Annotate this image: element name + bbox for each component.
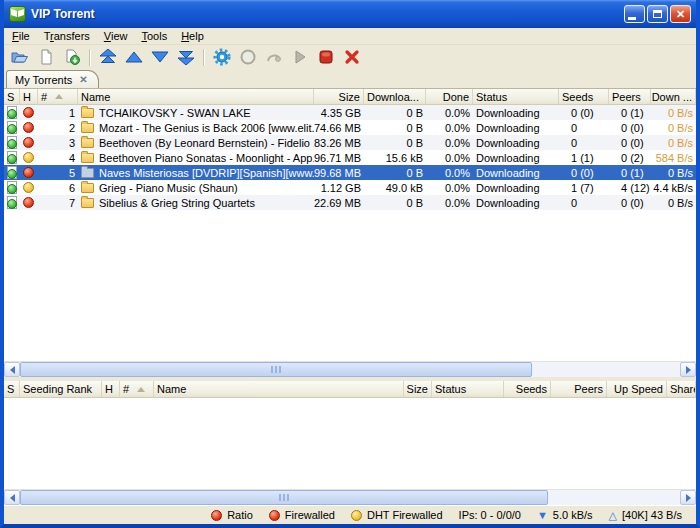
menu-file[interactable]: File [5,29,37,43]
status-icon [7,151,17,164]
status-icon [7,121,17,134]
table-row[interactable]: 1 TCHAIKOVSKY - SWAN LAKE 4.35 GB 0 B 0.… [4,105,696,120]
col-done[interactable]: Done [426,89,473,104]
new-torrent-button[interactable] [34,47,58,68]
col-seeding-rank[interactable]: Seeding Rank [20,381,102,397]
move-to-bottom-button[interactable] [174,47,198,68]
table-row-selected[interactable]: 5 Naves Misteriosas [DVDRIP][Spanish][ww… [4,165,696,180]
scrollbar-thumb[interactable] [20,362,532,377]
menu-help[interactable]: Help [174,29,211,43]
col-number[interactable]: # [38,89,78,104]
main-toolbar [4,45,696,69]
minimize-icon [628,17,636,20]
start-button[interactable] [288,47,312,68]
menu-transfers[interactable]: Transfers [37,29,97,43]
minimize-button[interactable] [624,5,645,23]
status-icon [7,181,17,194]
row-done: 0.0% [426,165,473,180]
scrollbar-track[interactable] [532,362,680,377]
remove-button[interactable] [340,47,364,68]
col-seeds[interactable]: Seeds [504,381,551,397]
col-size[interactable]: Size [314,89,364,104]
scrollbar-thumb[interactable] [20,490,548,505]
table-row[interactable]: 2 Mozart - The Genius is Back 2006 [www.… [4,120,696,135]
folder-icon [81,123,94,133]
ip-count: IPs: 0 - 0/0/0 [451,509,529,521]
row-name: Sibelius & Grieg String Quartets [78,195,314,210]
row-number: 2 [38,120,78,135]
close-button[interactable]: ✕ [670,5,691,23]
col-health[interactable]: H [102,381,120,397]
scroll-right-button[interactable] [680,362,696,377]
row-size: 74.66 MB [314,120,364,135]
row-seeds: 0 (0) [559,105,609,120]
move-up-button[interactable] [122,47,146,68]
col-seeds[interactable]: Seeds [559,89,609,104]
col-number[interactable]: # [120,381,154,397]
folder-icon [81,108,94,118]
title-bar: VIP Torrent ✕ [4,0,696,28]
tab-close-icon[interactable]: ✕ [79,75,87,85]
scroll-right-button[interactable] [680,490,696,505]
publish-disabled-icon [265,49,283,65]
col-name[interactable]: Name [78,89,314,104]
col-up-speed[interactable]: Up Speed [607,381,667,397]
table-row[interactable]: 7 Sibelius & Grieg String Quartets 322.6… [4,195,696,210]
row-down-speed: 0 B/s [651,105,696,120]
move-down-button[interactable] [148,47,172,68]
col-name[interactable]: Name [154,381,404,397]
scrollbar-track[interactable] [548,490,680,505]
settings-button[interactable] [210,47,234,68]
table-row[interactable]: 3 Beethoven (By Leonard Bernstein) - Fid… [4,135,696,150]
col-downloaded[interactable]: Downloa... [364,89,426,104]
scroll-left-button[interactable] [4,490,20,505]
move-to-top-button[interactable] [96,47,120,68]
col-s[interactable]: S [4,89,20,104]
row-down-speed: 0 B/s [651,135,696,150]
tab-my-torrents[interactable]: My Torrents ✕ [6,70,99,88]
row-number: 4 [38,150,78,165]
col-peers[interactable]: Peers [609,89,651,104]
col-peers[interactable]: Peers [551,381,607,397]
row-status: Downloading [473,165,559,180]
host-button[interactable] [236,47,260,68]
seeding-h-scrollbar[interactable] [4,489,696,505]
row-status: Downloading [473,195,559,210]
row-seeds: 0 [559,135,609,150]
folder-icon [81,183,94,193]
col-down-speed[interactable]: Down ... [651,89,696,104]
publish-button[interactable] [262,47,286,68]
torrents-h-scrollbar[interactable] [4,361,696,377]
toolbar-separator [203,49,205,66]
row-seeds: 0 (0) [559,165,609,180]
ratio-status-icon [211,510,222,521]
row-done: 0.0% [426,150,473,165]
close-icon: ✕ [676,9,685,20]
folder-icon [81,168,94,178]
open-torrent-button[interactable] [8,47,32,68]
play-disabled-icon [292,49,308,65]
host-disabled-icon [239,48,257,66]
health-icon [23,197,34,208]
col-size[interactable]: Size [404,381,432,397]
col-status[interactable]: Status [473,89,559,104]
table-row[interactable]: 4 Beethoven Piano Sonatas - Moonlight - … [4,150,696,165]
row-seeds: 0 [559,120,609,135]
scroll-left-button[interactable] [4,362,20,377]
row-number: 5 [38,165,78,180]
row-size: 4.35 GB [314,105,364,120]
col-share-ratio[interactable]: Share [667,381,696,397]
menu-tools[interactable]: Tools [134,29,174,43]
col-status[interactable]: Status [432,381,504,397]
row-down-speed: 0 B/s [651,195,696,210]
menu-view[interactable]: View [97,29,135,43]
stop-button[interactable] [314,47,338,68]
thumb-grip-icon [271,366,281,373]
scroll-right-icon [686,366,691,374]
open-url-button[interactable] [60,47,84,68]
col-health[interactable]: H [20,89,38,104]
table-row[interactable]: 6 Grieg - Piano Music (Shaun) 1.12 GB 49… [4,180,696,195]
maximize-button[interactable] [647,5,668,23]
col-s[interactable]: S [4,381,20,397]
tab-bar: My Torrents ✕ [4,69,696,89]
